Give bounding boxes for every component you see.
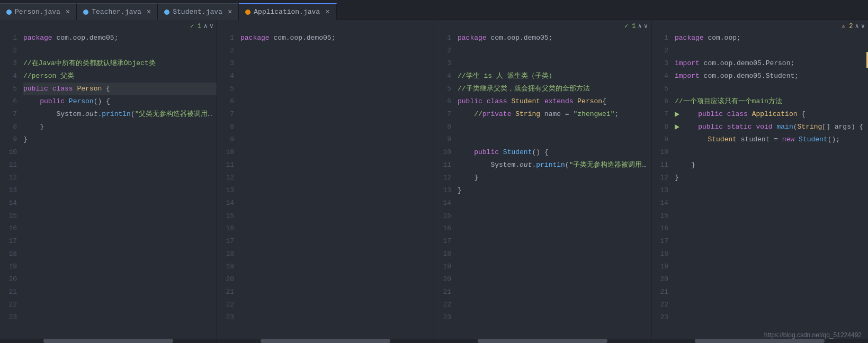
code-line bbox=[23, 248, 217, 260]
code-area-application: 123 456 789 101112 131415 161718 192021 … bbox=[651, 32, 868, 339]
code-line bbox=[675, 260, 868, 273]
code-line bbox=[23, 172, 217, 184]
code-line bbox=[458, 197, 651, 210]
tab-teacher[interactable]: Teacher.java × bbox=[77, 3, 158, 20]
scrollbar-student[interactable] bbox=[434, 339, 651, 343]
code-line bbox=[675, 273, 868, 286]
code-line: //在Java中所有的类都默认继承Object类 bbox=[23, 57, 217, 70]
tab-close-person[interactable]: × bbox=[66, 8, 70, 16]
code-line bbox=[240, 184, 434, 197]
code-line: public static void main(String[] args) { bbox=[675, 121, 868, 133]
code-line bbox=[458, 248, 651, 260]
code-line bbox=[458, 133, 651, 146]
code-line bbox=[23, 210, 217, 222]
code-line bbox=[675, 197, 868, 210]
code-line bbox=[240, 146, 434, 159]
code-line bbox=[240, 172, 434, 184]
code-line bbox=[675, 248, 868, 260]
tab-application[interactable]: Application.java × bbox=[239, 3, 336, 20]
tab-close-student[interactable]: × bbox=[228, 8, 232, 16]
arrow-up-student[interactable]: ∧ bbox=[638, 22, 642, 30]
code-line: public Person() { bbox=[23, 95, 217, 108]
code-line bbox=[23, 197, 217, 210]
code-line: package com.oop.demo05; bbox=[23, 32, 217, 44]
code-line bbox=[240, 108, 434, 121]
code-line bbox=[675, 286, 868, 299]
tab-dot-student bbox=[164, 10, 169, 15]
code-content-person: package com.oop.demo05; //在Java中所有的类都默认继… bbox=[21, 32, 217, 339]
code-line: //person 父类 bbox=[23, 70, 217, 83]
tab-dot-person bbox=[6, 10, 12, 15]
arrow-up-person[interactable]: ∧ bbox=[204, 22, 208, 30]
check-person: ✓ 1 bbox=[190, 22, 202, 30]
arrow-down-student[interactable]: ∨ bbox=[644, 22, 648, 30]
scrollbar-thumb-person bbox=[43, 339, 173, 343]
code-line bbox=[458, 44, 651, 57]
watermark: https://blog.csdn.net/qq_51224492 bbox=[764, 331, 862, 339]
tab-person[interactable]: Person.java × bbox=[0, 3, 77, 20]
tab-dot-teacher bbox=[83, 10, 88, 15]
code-line bbox=[458, 222, 651, 235]
code-line bbox=[240, 57, 434, 70]
tab-student[interactable]: Student.java × bbox=[158, 3, 239, 20]
scrollbar-thumb-teacher bbox=[261, 339, 390, 343]
code-line bbox=[675, 44, 868, 57]
code-line bbox=[458, 273, 651, 286]
code-line bbox=[23, 146, 217, 159]
code-line: import com.oop.demo05.Student; bbox=[675, 70, 868, 83]
code-line: public Student() { bbox=[458, 146, 651, 159]
code-line bbox=[23, 184, 217, 197]
scrollbar-teacher[interactable] bbox=[217, 339, 434, 343]
run-icon-line7[interactable] bbox=[675, 112, 679, 117]
code-line bbox=[240, 159, 434, 172]
code-line bbox=[458, 57, 651, 70]
code-line: //一个项目应该只有一个main方法 bbox=[675, 95, 868, 108]
code-line bbox=[675, 146, 868, 159]
code-line bbox=[675, 222, 868, 235]
code-line bbox=[675, 210, 868, 222]
code-line: //学生 is 人 派生类（子类） bbox=[458, 70, 651, 83]
arrow-down-person[interactable]: ∨ bbox=[210, 22, 213, 30]
code-line: //子类继承父类，就会拥有父类的全部方法 bbox=[458, 83, 651, 95]
toolbar-application: ⚠ 2 ∧ ∨ bbox=[651, 20, 868, 32]
toolbar-teacher bbox=[217, 20, 434, 32]
code-line bbox=[23, 311, 217, 324]
code-line: } bbox=[675, 159, 868, 172]
code-line bbox=[240, 44, 434, 57]
code-content-student: package com.oop.demo05; //学生 is 人 派生类（子类… bbox=[455, 32, 651, 339]
code-line bbox=[675, 235, 868, 248]
tab-dot-application bbox=[245, 10, 250, 15]
scrollbar-application[interactable] bbox=[651, 339, 868, 343]
code-area-teacher: 123 456 789 101112 131415 161718 192021 … bbox=[217, 32, 434, 339]
code-line bbox=[240, 70, 434, 83]
tab-close-teacher[interactable]: × bbox=[147, 8, 151, 16]
editors-container: ✓ 1 ∧ ∨ 123 456 789 101112 131415 161718… bbox=[0, 20, 868, 343]
toolbar-person: ✓ 1 ∧ ∨ bbox=[0, 20, 217, 32]
code-area-student: 123 456 789 101112 131415 161718 192021 … bbox=[434, 32, 651, 339]
code-line: } bbox=[458, 184, 651, 197]
code-line bbox=[23, 159, 217, 172]
code-line bbox=[458, 286, 651, 299]
arrow-up-application[interactable]: ∧ bbox=[855, 22, 859, 30]
code-line bbox=[23, 44, 217, 57]
editor-panel-person: ✓ 1 ∧ ∨ 123 456 789 101112 131415 161718… bbox=[0, 20, 217, 343]
code-line bbox=[23, 273, 217, 286]
code-line: System.out.println("子类无参构造器被调用… bbox=[458, 159, 651, 172]
code-line: public class Person { bbox=[23, 83, 217, 95]
warning-application: ⚠ 2 bbox=[842, 22, 853, 30]
code-line bbox=[458, 121, 651, 133]
code-line: //private String name = "zhengwei"; bbox=[458, 108, 651, 121]
tab-close-application[interactable]: × bbox=[325, 8, 329, 16]
tab-label-application: Application.java bbox=[254, 8, 320, 16]
editor-panel-student: ✓ 1 ∧ ∨ 123 456 789 101112 131415 161718… bbox=[434, 20, 651, 343]
code-line: public class Student extends Person{ bbox=[458, 95, 651, 108]
code-line: public class Application { bbox=[675, 108, 868, 121]
run-icon-line8[interactable] bbox=[675, 124, 679, 130]
scrollbar-person[interactable] bbox=[0, 339, 217, 343]
line-numbers-teacher: 123 456 789 101112 131415 161718 192021 … bbox=[217, 32, 238, 339]
code-content-teacher: package com.oop.demo05; bbox=[238, 32, 434, 339]
editor-panel-application: ⚠ 2 ∧ ∨ 123 456 789 101112 131415 161718… bbox=[651, 20, 868, 343]
code-line bbox=[458, 210, 651, 222]
arrow-down-application[interactable]: ∨ bbox=[861, 22, 865, 30]
code-line bbox=[675, 311, 868, 324]
